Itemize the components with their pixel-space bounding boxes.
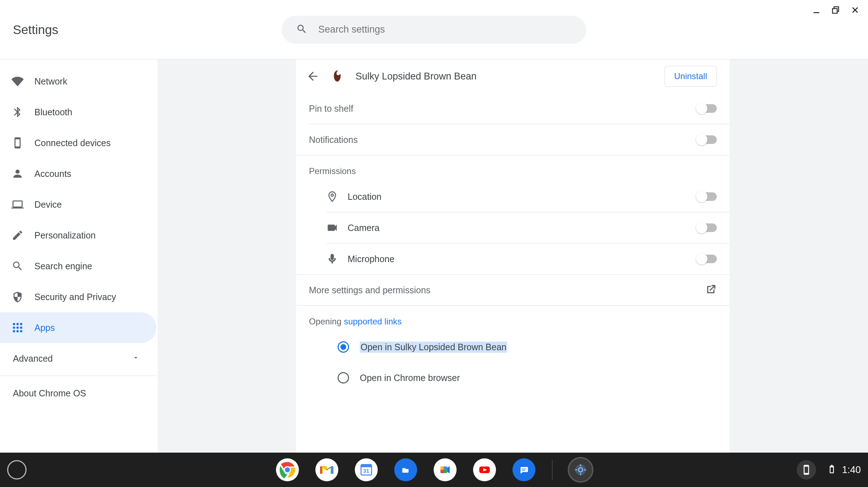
window-maximize-button[interactable]	[831, 6, 840, 14]
permissions-header: Permissions	[296, 155, 730, 181]
sidebar-about[interactable]: About Chrome OS	[0, 378, 158, 409]
supported-links-link[interactable]: supported links	[344, 317, 401, 326]
window-close-button[interactable]	[851, 6, 859, 14]
sidebar-item-label: Security and Privacy	[34, 292, 116, 302]
microphone-toggle[interactable]	[697, 255, 717, 263]
svg-point-5	[20, 323, 23, 326]
sidebar-item-apps[interactable]: Apps	[0, 312, 156, 343]
svg-point-12	[338, 73, 339, 74]
shelf-separator	[552, 460, 553, 479]
sidebar-advanced-toggle[interactable]: Advanced	[0, 343, 158, 374]
permission-camera-row: Camera	[296, 212, 730, 243]
sidebar-item-security-privacy[interactable]: Security and Privacy	[0, 281, 156, 312]
svg-rect-25	[522, 470, 525, 471]
sidebar-item-label: Bluetooth	[34, 107, 72, 117]
chevron-down-icon	[132, 353, 140, 364]
permission-microphone-row: Microphone	[296, 244, 730, 274]
sidebar-item-personalization[interactable]: Personalization	[0, 220, 156, 251]
shelf: 31 1:40	[0, 453, 868, 487]
sidebar-item-label: Device	[34, 199, 62, 210]
advanced-label: Advanced	[13, 353, 53, 364]
shelf-app-gmail[interactable]	[315, 458, 338, 481]
page-title: Settings	[13, 23, 58, 37]
search-input[interactable]	[318, 24, 572, 35]
svg-point-3	[13, 323, 15, 326]
sidebar-item-label: Accounts	[34, 169, 71, 179]
notifications-row: Notifications	[296, 124, 730, 155]
opening-prefix: Opening	[309, 317, 344, 326]
window-minimize-button[interactable]	[812, 6, 821, 14]
sidebar-item-search-engine[interactable]: Search engine	[0, 251, 156, 281]
app-detail-panel: Sulky Lopsided Brown Bean Uninstall Pin …	[296, 59, 730, 453]
permission-label: Microphone	[348, 254, 697, 264]
svg-rect-29	[575, 469, 577, 470]
sidebar-item-device[interactable]: Device	[0, 189, 156, 220]
shelf-app-files[interactable]	[394, 458, 417, 481]
svg-point-11	[20, 330, 23, 333]
settings-header: Settings	[0, 0, 868, 59]
search-icon	[296, 23, 307, 36]
sidebar-item-connected-devices[interactable]: Connected devices	[0, 127, 156, 158]
shelf-notifications-button[interactable]	[797, 460, 816, 479]
microphone-icon	[326, 253, 338, 265]
permission-label: Location	[348, 192, 697, 202]
sidebar: Network Bluetooth Connected devices Acco…	[0, 59, 158, 453]
wifi-icon	[11, 75, 24, 87]
search-icon	[11, 260, 24, 272]
shelf-app-youtube[interactable]	[473, 458, 496, 481]
notifications-toggle[interactable]	[697, 135, 717, 144]
shelf-app-settings[interactable]	[569, 458, 592, 481]
svg-rect-19	[361, 464, 371, 467]
sidebar-item-label: Personalization	[34, 230, 96, 241]
svg-text:31: 31	[363, 468, 369, 474]
shelf-app-meet[interactable]	[434, 458, 457, 481]
sidebar-divider	[0, 376, 158, 376]
pin-label: Pin to shelf	[309, 103, 697, 114]
shelf-app-chrome[interactable]	[276, 458, 299, 481]
laptop-icon	[11, 198, 24, 211]
battery-icon	[827, 464, 837, 476]
svg-point-13	[331, 194, 334, 197]
app-title: Sulky Lopsided Brown Bean	[356, 71, 657, 82]
clock: 1:40	[842, 464, 861, 476]
sidebar-item-accounts[interactable]: Accounts	[0, 158, 156, 189]
external-link-icon	[705, 284, 717, 296]
pencil-icon	[11, 229, 24, 241]
back-button[interactable]	[303, 67, 323, 86]
sidebar-item-bluetooth[interactable]: Bluetooth	[0, 97, 156, 127]
notifications-label: Notifications	[309, 135, 697, 145]
sidebar-item-label: Search engine	[34, 261, 92, 271]
svg-point-8	[20, 327, 23, 329]
shelf-status-area[interactable]: 1:40	[827, 464, 861, 476]
shelf-app-calendar[interactable]: 31	[355, 458, 378, 481]
permission-label: Camera	[348, 223, 697, 233]
svg-rect-2	[833, 9, 837, 13]
phone-icon	[11, 137, 24, 149]
launcher-button[interactable]	[7, 460, 27, 479]
radio-button-checked-icon	[338, 341, 349, 353]
svg-point-6	[13, 327, 15, 329]
uninstall-button[interactable]: Uninstall	[664, 66, 717, 87]
shield-icon	[11, 291, 24, 303]
radio-button-unchecked-icon	[338, 372, 349, 384]
svg-point-7	[16, 327, 19, 329]
sidebar-item-label: Apps	[34, 323, 55, 333]
radio-label: Open in Chrome browser	[360, 373, 460, 383]
sidebar-item-label: Network	[34, 76, 67, 87]
sidebar-item-label: Connected devices	[34, 138, 111, 148]
svg-rect-27	[580, 464, 581, 466]
location-toggle[interactable]	[697, 192, 717, 201]
camera-toggle[interactable]	[697, 223, 717, 232]
shelf-app-messages[interactable]	[512, 458, 535, 481]
svg-rect-0	[814, 12, 819, 13]
radio-open-in-chrome[interactable]: Open in Chrome browser	[296, 362, 730, 393]
radio-open-in-app[interactable]: Open in Sulky Lopsided Brown Bean	[296, 332, 730, 362]
search-box[interactable]	[282, 16, 586, 44]
more-settings-row[interactable]: More settings and permissions	[296, 275, 730, 305]
pin-toggle[interactable]	[697, 104, 717, 113]
app-icon	[330, 69, 345, 84]
sidebar-item-network[interactable]: Network	[0, 66, 156, 97]
svg-rect-28	[580, 473, 581, 475]
svg-rect-24	[522, 469, 526, 469]
opening-links-header: Opening supported links	[296, 306, 730, 332]
